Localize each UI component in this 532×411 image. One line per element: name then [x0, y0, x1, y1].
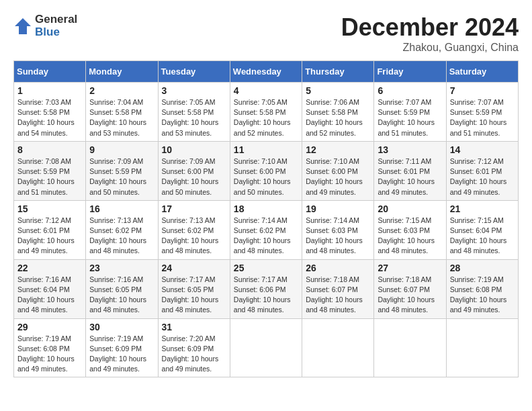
- day-number: 9: [89, 144, 154, 155]
- day-info: Sunrise: 7:14 AM Sunset: 6:02 PM Dayligh…: [234, 216, 298, 257]
- day-number: 19: [306, 203, 370, 214]
- day-info: Sunrise: 7:07 AM Sunset: 5:59 PM Dayligh…: [450, 97, 515, 138]
- day-info: Sunrise: 7:08 AM Sunset: 5:59 PM Dayligh…: [17, 156, 82, 197]
- day-info: Sunrise: 7:16 AM Sunset: 6:05 PM Dayligh…: [89, 275, 154, 316]
- logo-text: General Blue: [35, 13, 77, 38]
- day-number: 26: [306, 263, 370, 273]
- day-info: Sunrise: 7:20 AM Sunset: 6:09 PM Dayligh…: [162, 334, 226, 375]
- calendar-cell: 11 Sunrise: 7:10 AM Sunset: 6:00 PM Dayl…: [230, 141, 302, 200]
- day-number: 27: [378, 263, 442, 273]
- day-info: Sunrise: 7:19 AM Sunset: 6:09 PM Dayligh…: [89, 334, 154, 375]
- day-number: 2: [89, 85, 154, 96]
- day-number: 29: [17, 322, 82, 332]
- weekday-header: Thursday: [302, 61, 374, 83]
- day-number: 7: [450, 85, 515, 96]
- calendar-cell: 24 Sunrise: 7:17 AM Sunset: 6:05 PM Dayl…: [158, 259, 230, 318]
- day-info: Sunrise: 7:15 AM Sunset: 6:03 PM Dayligh…: [378, 216, 442, 257]
- day-number: 20: [378, 203, 442, 214]
- day-info: Sunrise: 7:13 AM Sunset: 6:02 PM Dayligh…: [89, 216, 154, 257]
- day-number: 11: [234, 144, 298, 155]
- calendar-cell: 6 Sunrise: 7:07 AM Sunset: 5:59 PM Dayli…: [374, 83, 446, 142]
- calendar-cell: 5 Sunrise: 7:06 AM Sunset: 5:58 PM Dayli…: [302, 83, 374, 142]
- day-info: Sunrise: 7:17 AM Sunset: 6:06 PM Dayligh…: [234, 275, 298, 316]
- calendar-cell: 31 Sunrise: 7:20 AM Sunset: 6:09 PM Dayl…: [158, 318, 230, 377]
- day-info: Sunrise: 7:05 AM Sunset: 5:58 PM Dayligh…: [234, 97, 298, 138]
- calendar-cell: 9 Sunrise: 7:09 AM Sunset: 5:59 PM Dayli…: [86, 141, 158, 200]
- day-info: Sunrise: 7:06 AM Sunset: 5:58 PM Dayligh…: [306, 97, 370, 138]
- calendar-cell: 27 Sunrise: 7:18 AM Sunset: 6:07 PM Dayl…: [374, 259, 446, 318]
- day-number: 17: [162, 203, 226, 214]
- weekday-header: Sunday: [14, 61, 86, 83]
- weekday-header: Monday: [86, 61, 158, 83]
- calendar-cell: 16 Sunrise: 7:13 AM Sunset: 6:02 PM Dayl…: [86, 200, 158, 259]
- month-title: December 2024: [341, 13, 519, 42]
- day-number: 25: [234, 263, 298, 273]
- day-number: 8: [17, 144, 82, 155]
- day-number: 3: [162, 85, 226, 96]
- day-number: 28: [450, 263, 515, 273]
- day-number: 24: [162, 263, 226, 273]
- day-number: 30: [89, 322, 154, 332]
- day-info: Sunrise: 7:19 AM Sunset: 6:08 PM Dayligh…: [450, 275, 515, 316]
- day-info: Sunrise: 7:12 AM Sunset: 6:01 PM Dayligh…: [17, 216, 82, 257]
- day-info: Sunrise: 7:05 AM Sunset: 5:58 PM Dayligh…: [162, 97, 226, 138]
- day-number: 23: [89, 263, 154, 273]
- day-number: 6: [378, 85, 442, 96]
- day-number: 4: [234, 85, 298, 96]
- day-number: 18: [234, 203, 298, 214]
- day-number: 21: [450, 203, 515, 214]
- day-number: 5: [306, 85, 370, 96]
- logo-icon: [13, 17, 32, 36]
- day-info: Sunrise: 7:10 AM Sunset: 6:00 PM Dayligh…: [306, 156, 370, 197]
- weekday-header: Tuesday: [158, 61, 230, 83]
- calendar-cell: [374, 318, 446, 377]
- day-info: Sunrise: 7:18 AM Sunset: 6:07 PM Dayligh…: [306, 275, 370, 316]
- day-number: 16: [89, 203, 154, 214]
- logo-blue: Blue: [35, 26, 77, 39]
- day-number: 10: [162, 144, 226, 155]
- weekday-header: Friday: [374, 61, 446, 83]
- calendar-cell: 25 Sunrise: 7:17 AM Sunset: 6:06 PM Dayl…: [230, 259, 302, 318]
- calendar-cell: 17 Sunrise: 7:13 AM Sunset: 6:02 PM Dayl…: [158, 200, 230, 259]
- calendar-cell: 30 Sunrise: 7:19 AM Sunset: 6:09 PM Dayl…: [86, 318, 158, 377]
- day-info: Sunrise: 7:18 AM Sunset: 6:07 PM Dayligh…: [378, 275, 442, 316]
- day-info: Sunrise: 7:16 AM Sunset: 6:04 PM Dayligh…: [17, 275, 82, 316]
- calendar-cell: 3 Sunrise: 7:05 AM Sunset: 5:58 PM Dayli…: [158, 83, 230, 142]
- calendar-cell: 1 Sunrise: 7:03 AM Sunset: 5:58 PM Dayli…: [14, 83, 86, 142]
- day-number: 15: [17, 203, 82, 214]
- calendar-cell: 20 Sunrise: 7:15 AM Sunset: 6:03 PM Dayl…: [374, 200, 446, 259]
- calendar-cell: 7 Sunrise: 7:07 AM Sunset: 5:59 PM Dayli…: [446, 83, 518, 142]
- logo-general: General: [35, 13, 77, 26]
- calendar-cell: 13 Sunrise: 7:11 AM Sunset: 6:01 PM Dayl…: [374, 141, 446, 200]
- day-number: 14: [450, 144, 515, 155]
- day-info: Sunrise: 7:11 AM Sunset: 6:01 PM Dayligh…: [378, 156, 442, 197]
- day-info: Sunrise: 7:17 AM Sunset: 6:05 PM Dayligh…: [162, 275, 226, 316]
- location-title: Zhakou, Guangxi, China: [341, 42, 519, 54]
- calendar-cell: 29 Sunrise: 7:19 AM Sunset: 6:08 PM Dayl…: [14, 318, 86, 377]
- title-area: December 2024 Zhakou, Guangxi, China: [341, 13, 519, 54]
- calendar-cell: 26 Sunrise: 7:18 AM Sunset: 6:07 PM Dayl…: [302, 259, 374, 318]
- day-info: Sunrise: 7:04 AM Sunset: 5:58 PM Dayligh…: [89, 97, 154, 138]
- calendar-cell: [446, 318, 518, 377]
- calendar-cell: [230, 318, 302, 377]
- day-number: 1: [17, 85, 82, 96]
- day-info: Sunrise: 7:10 AM Sunset: 6:00 PM Dayligh…: [234, 156, 298, 197]
- calendar-cell: 4 Sunrise: 7:05 AM Sunset: 5:58 PM Dayli…: [230, 83, 302, 142]
- day-info: Sunrise: 7:09 AM Sunset: 5:59 PM Dayligh…: [89, 156, 154, 197]
- calendar-cell: [302, 318, 374, 377]
- day-info: Sunrise: 7:19 AM Sunset: 6:08 PM Dayligh…: [17, 334, 82, 375]
- day-info: Sunrise: 7:13 AM Sunset: 6:02 PM Dayligh…: [162, 216, 226, 257]
- calendar-cell: 18 Sunrise: 7:14 AM Sunset: 6:02 PM Dayl…: [230, 200, 302, 259]
- day-info: Sunrise: 7:07 AM Sunset: 5:59 PM Dayligh…: [378, 97, 442, 138]
- calendar-cell: 10 Sunrise: 7:09 AM Sunset: 6:00 PM Dayl…: [158, 141, 230, 200]
- calendar-cell: 21 Sunrise: 7:15 AM Sunset: 6:04 PM Dayl…: [446, 200, 518, 259]
- calendar-cell: 22 Sunrise: 7:16 AM Sunset: 6:04 PM Dayl…: [14, 259, 86, 318]
- calendar-cell: 28 Sunrise: 7:19 AM Sunset: 6:08 PM Dayl…: [446, 259, 518, 318]
- page-header: General Blue December 2024 Zhakou, Guang…: [13, 13, 519, 54]
- calendar-cell: 19 Sunrise: 7:14 AM Sunset: 6:03 PM Dayl…: [302, 200, 374, 259]
- logo: General Blue: [13, 13, 77, 38]
- calendar-cell: 8 Sunrise: 7:08 AM Sunset: 5:59 PM Dayli…: [14, 141, 86, 200]
- day-info: Sunrise: 7:09 AM Sunset: 6:00 PM Dayligh…: [162, 156, 226, 197]
- day-number: 12: [306, 144, 370, 155]
- day-number: 22: [17, 263, 82, 273]
